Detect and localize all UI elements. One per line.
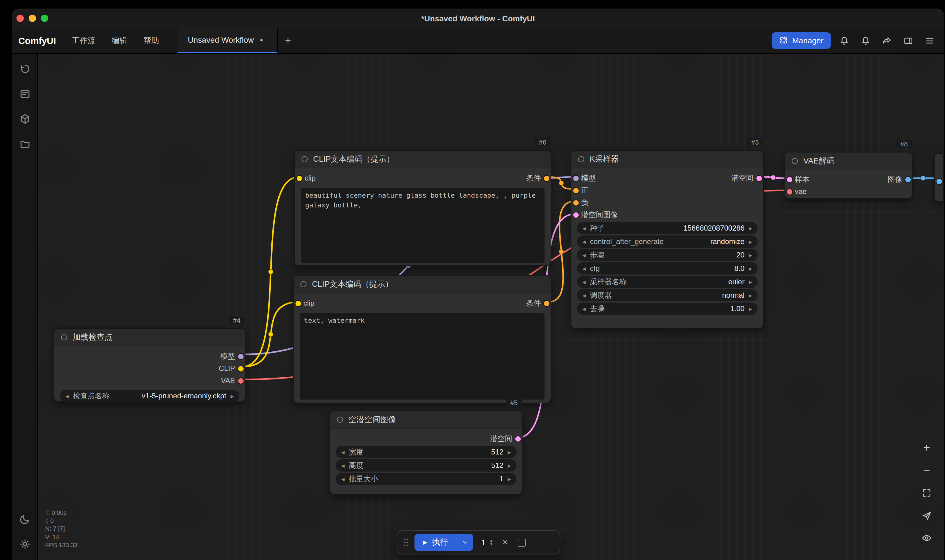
count-up-icon[interactable]: ▲ <box>490 538 493 542</box>
prompt-textarea[interactable]: beautiful scenery nature glass bottle la… <box>301 188 544 263</box>
denoise-widget[interactable]: ◀ 去噪 1.00 ▶ <box>577 303 758 315</box>
minimize-window-button[interactable] <box>29 15 36 22</box>
node-library-button[interactable] <box>14 83 35 104</box>
prompt-textarea[interactable]: text, watermark <box>300 313 544 400</box>
window-titlebar[interactable]: *Unsaved Workflow - ComfyUI <box>12 9 944 28</box>
stop-button[interactable] <box>515 535 528 549</box>
node-canvas[interactable]: #4 加载检查点 模型 CLIP VAE ◀ 检查点名称 v1-5-pruned… <box>38 54 944 560</box>
locate-button[interactable] <box>918 507 935 524</box>
widget-increment-icon[interactable]: ▶ <box>749 226 752 230</box>
widget-increment-icon[interactable]: ▶ <box>507 450 511 454</box>
node-titlebar[interactable]: 空潜空间图像 <box>330 411 522 429</box>
collapse-icon[interactable] <box>578 156 584 162</box>
collapse-icon[interactable] <box>302 156 308 162</box>
widget-value[interactable]: v1-5-pruned-emaonly.ckpt <box>142 392 226 400</box>
node-partial-right[interactable] <box>934 153 944 202</box>
zoom-window-button[interactable] <box>41 15 48 22</box>
widget-increment-icon[interactable]: ▶ <box>230 394 234 398</box>
widget-increment-icon[interactable]: ▶ <box>749 306 752 311</box>
widget-increment-icon[interactable]: ▶ <box>749 253 752 257</box>
vae-input-port[interactable] <box>787 189 792 194</box>
widget-value[interactable]: 1 <box>499 475 503 483</box>
workflows-button[interactable] <box>14 134 35 154</box>
collapse-icon[interactable] <box>301 281 307 287</box>
node-titlebar[interactable]: CLIP文本编码（提示） <box>294 276 550 294</box>
clip-input-port[interactable] <box>296 300 301 306</box>
node-load-checkpoint[interactable]: #4 加载检查点 模型 CLIP VAE ◀ 检查点名称 v1-5-pruned… <box>54 328 245 402</box>
widget-decrement-icon[interactable]: ◀ <box>65 394 69 398</box>
latent-output-port[interactable] <box>756 175 762 181</box>
widget-increment-icon[interactable]: ▶ <box>749 239 752 244</box>
widget-value[interactable]: randomize <box>710 237 745 246</box>
tab-unsaved-workflow[interactable]: Unsaved Workflow ● <box>177 28 277 53</box>
widget-value[interactable]: 512 <box>491 448 503 456</box>
widget-value[interactable]: 1.00 <box>731 305 745 313</box>
node-titlebar[interactable]: CLIP文本编码（提示） <box>295 151 550 168</box>
height-widget[interactable]: ◀ 高度 512 ▶ <box>336 459 516 472</box>
queue-history-button[interactable] <box>14 58 35 79</box>
clip-input-port[interactable] <box>297 175 302 181</box>
positive-input-port[interactable] <box>573 188 579 193</box>
widget-value[interactable]: normal <box>722 291 745 300</box>
steps-widget[interactable]: ◀ 步骤 20 ▶ <box>577 249 758 261</box>
alerts-button[interactable] <box>858 32 874 49</box>
widget-decrement-icon[interactable]: ◀ <box>583 280 586 284</box>
model-output-port[interactable] <box>238 354 244 359</box>
clip-output-port[interactable] <box>238 366 244 371</box>
manager-button[interactable]: Manager <box>771 32 831 49</box>
notifications-button[interactable] <box>836 32 852 49</box>
widget-decrement-icon[interactable]: ◀ <box>341 463 345 468</box>
control-after-generate-widget[interactable]: ◀ control_after_generate randomize ▶ <box>577 235 758 248</box>
seed-widget[interactable]: ◀ 种子 156680208700286 ▶ <box>577 222 758 234</box>
fit-view-button[interactable] <box>918 485 935 502</box>
widget-decrement-icon[interactable]: ◀ <box>583 226 586 230</box>
width-widget[interactable]: ◀ 宽度 512 ▶ <box>336 446 516 458</box>
widget-decrement-icon[interactable]: ◀ <box>583 293 586 297</box>
samples-input-port[interactable] <box>787 177 792 182</box>
widget-increment-icon[interactable]: ▶ <box>749 293 752 297</box>
conditioning-output-port[interactable] <box>544 175 549 181</box>
zoom-out-button[interactable]: − <box>918 462 935 479</box>
widget-decrement-icon[interactable]: ◀ <box>583 253 586 257</box>
widget-value[interactable]: 20 <box>737 251 745 259</box>
conditioning-output-port[interactable] <box>544 300 549 306</box>
ckpt-name-widget[interactable]: ◀ 检查点名称 v1-5-pruned-emaonly.ckpt ▶ <box>60 390 239 402</box>
widget-value[interactable]: 512 <box>491 461 503 470</box>
zoom-in-button[interactable]: + <box>918 439 935 456</box>
widget-decrement-icon[interactable]: ◀ <box>583 266 586 271</box>
run-options-button[interactable] <box>456 534 473 551</box>
batch-size-widget[interactable]: ◀ 批量大小 1 ▶ <box>336 473 516 485</box>
sampler-name-widget[interactable]: ◀ 采样器名称 euler ▶ <box>577 276 758 288</box>
negative-input-port[interactable] <box>573 200 579 205</box>
batch-count-input[interactable]: 1 <box>480 538 487 547</box>
node-clip-text-encode-positive[interactable]: #6 CLIP文本编码（提示） clip 条件 beautiful scener… <box>294 150 551 266</box>
widget-value[interactable]: 8.0 <box>734 264 745 273</box>
sidebar-toggle-button[interactable] <box>900 32 916 49</box>
share-button[interactable] <box>879 32 895 49</box>
model-input-port[interactable] <box>573 175 579 181</box>
widget-value[interactable]: euler <box>728 278 745 286</box>
cancel-button[interactable]: × <box>503 537 508 548</box>
latent-output-port[interactable] <box>515 436 521 442</box>
node-titlebar[interactable]: K采样器 <box>571 151 763 168</box>
widget-decrement-icon[interactable]: ◀ <box>583 306 586 311</box>
image-output-port[interactable] <box>905 177 911 182</box>
collapse-icon[interactable] <box>337 417 343 423</box>
run-button[interactable]: ▶ 执行 <box>415 534 456 551</box>
node-empty-latent-image[interactable]: #5 空潜空间图像 潜空间 ◀ 宽度 512 ▶ <box>330 411 523 495</box>
widget-increment-icon[interactable]: ▶ <box>507 477 511 481</box>
model-library-button[interactable] <box>14 109 35 129</box>
drag-handle[interactable] <box>403 537 409 547</box>
new-tab-button[interactable]: + <box>277 28 298 53</box>
widget-decrement-icon[interactable]: ◀ <box>341 477 345 481</box>
image-input-port[interactable] <box>936 179 942 184</box>
theme-toggle-button[interactable] <box>14 509 35 529</box>
comfyui-logo[interactable]: ComfyUI <box>18 35 56 46</box>
menu-edit[interactable]: 编辑 <box>111 35 127 46</box>
node-clip-text-encode-negative[interactable]: CLIP文本编码（提示） clip 条件 text, watermark <box>293 275 551 403</box>
node-vae-decode[interactable]: #8 VAE解码 样本 图像 vae <box>785 152 913 199</box>
scheduler-widget[interactable]: ◀ 调度器 normal ▶ <box>577 289 758 302</box>
widget-increment-icon[interactable]: ▶ <box>507 463 511 468</box>
widget-increment-icon[interactable]: ▶ <box>749 280 752 284</box>
collapse-icon[interactable] <box>61 334 67 340</box>
